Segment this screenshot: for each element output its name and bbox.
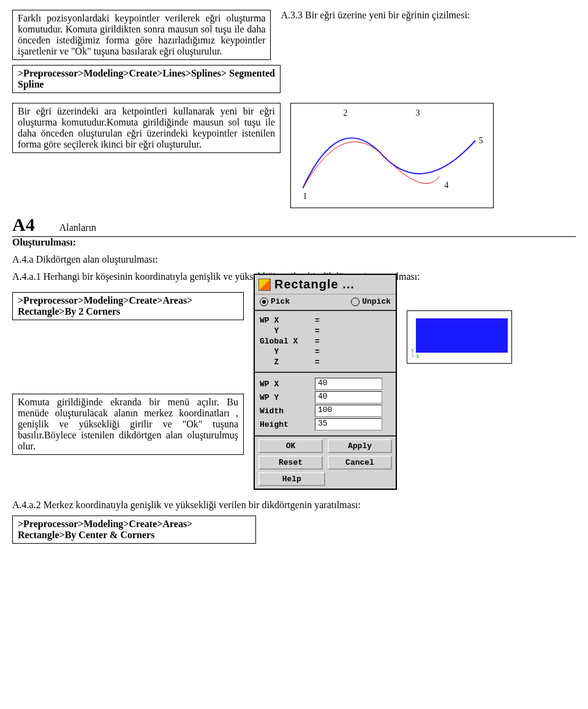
cancel-button[interactable]: Cancel (328, 456, 392, 470)
wpy-input[interactable]: 40 (315, 391, 382, 403)
dialog-row: >Preprocessor>Modeling>Create>Areas> Rec… (12, 292, 576, 490)
a4a2-heading: A.4.a.2 Merkez koordinatıyla genişlik ve… (12, 500, 576, 511)
apply-button[interactable]: Apply (328, 439, 392, 453)
a4-number: A4 (12, 214, 35, 235)
wpx-row: WP X40 (260, 378, 391, 390)
pick-radio-row: Pick Unpick (255, 294, 396, 309)
readout-row: Y= (260, 326, 391, 336)
curve-desc: Bir eğri üzerindeki ara ketpointleri kul… (18, 106, 275, 149)
a33-heading: A.3.3 Bir eğri üzerine yeni bir eğrinin … (281, 10, 576, 21)
curve-row: Bir eğri üzerindeki ara ketpointleri kul… (12, 103, 576, 211)
ansys-logo-icon (258, 279, 271, 291)
rect-path: >Preprocessor>Modeling>Create>Areas> Rec… (18, 295, 192, 317)
readout-section: WP X= Y= Global X= Y= Z= (255, 312, 396, 370)
input-section: WP X40 WP Y40 Width100 Height35 (255, 374, 396, 434)
blue-rect (416, 318, 508, 353)
btn-row-2: Reset Cancel (258, 456, 392, 470)
readout-row: WP X= (260, 316, 391, 325)
kp-4: 4 (444, 181, 448, 190)
spline-path-box: >Preprocessor>Modeling>Create>Lines>Spli… (12, 65, 281, 93)
width-input[interactable]: 100 (315, 405, 382, 417)
curve-image-wrap: 1 2 3 4 5 (290, 103, 499, 211)
help-button[interactable]: Help (258, 472, 325, 486)
readout-row: Y= (260, 347, 391, 356)
readout-row: Z= (260, 358, 391, 367)
kp-3: 3 (416, 108, 420, 118)
axis-icon: Y└ X (411, 348, 419, 359)
kp-1: 1 (303, 192, 307, 201)
divider (255, 435, 396, 437)
height-row: Height35 (260, 418, 391, 430)
curve-desc-box: Bir eğri üzerindeki ara ketpointleri kul… (12, 103, 281, 153)
height-input[interactable]: 35 (315, 418, 382, 430)
unpick-radio[interactable]: Unpick (351, 297, 391, 306)
center-path-box: >Preprocessor>Modeling>Create>Areas> Rec… (12, 516, 256, 544)
rectangle-dialog: Rectangle ... Pick Unpick WP X= Y= Globa… (254, 274, 397, 490)
btn-row-3: Help (258, 472, 392, 486)
pick-radio[interactable]: Pick (260, 297, 290, 306)
width-row: Width100 (260, 405, 391, 417)
ok-button[interactable]: OK (258, 439, 323, 453)
btn-row-1: OK Apply (258, 439, 392, 453)
a4a-heading: A.4.a Dikdörtgen alan oluşturulması: (12, 254, 576, 265)
divider (255, 310, 396, 311)
radio-dot-icon (260, 298, 268, 306)
reset-button[interactable]: Reset (258, 456, 323, 470)
menu-desc: Komuta girildiğinde ekranda bir menü açı… (18, 397, 238, 451)
kp-5: 5 (479, 136, 483, 145)
a4-subtitle: Oluşturulması: (12, 237, 576, 248)
wpx-input[interactable]: 40 (315, 378, 382, 390)
center-path: >Preprocessor>Modeling>Create>Areas> Rec… (18, 519, 192, 540)
dialog-titlebar: Rectangle ... (255, 275, 396, 294)
divider (255, 372, 396, 373)
wpy-row: WP Y40 (260, 391, 391, 403)
readout-row: Global X= (260, 337, 391, 346)
intro-paragraph-box: Farklı pozisyonlardaki keypointler veril… (12, 10, 271, 60)
dialog-title: Rectangle ... (274, 277, 355, 291)
kp-2: 2 (343, 108, 347, 118)
curve-plot: 1 2 3 4 5 (290, 103, 494, 208)
radio-dot-icon (351, 298, 360, 306)
rect-path-box: >Preprocessor>Modeling>Create>Areas> Rec… (12, 292, 244, 320)
rectangle-result-image: Y└ X (407, 310, 512, 364)
menu-desc-box: Komuta girildiğinde ekranda bir menü açı… (12, 394, 244, 455)
intro-paragraph: Farklı pozisyonlardaki keypointler veril… (18, 13, 265, 56)
a4-header: A4 Alanların (12, 214, 576, 237)
intro-row: Farklı pozisyonlardaki keypointler veril… (12, 10, 576, 60)
a4-title: Alanların (59, 222, 96, 233)
spline-path: >Preprocessor>Modeling>Create>Lines>Spli… (18, 68, 275, 89)
left-boxes-col: >Preprocessor>Modeling>Create>Areas> Rec… (12, 292, 244, 455)
